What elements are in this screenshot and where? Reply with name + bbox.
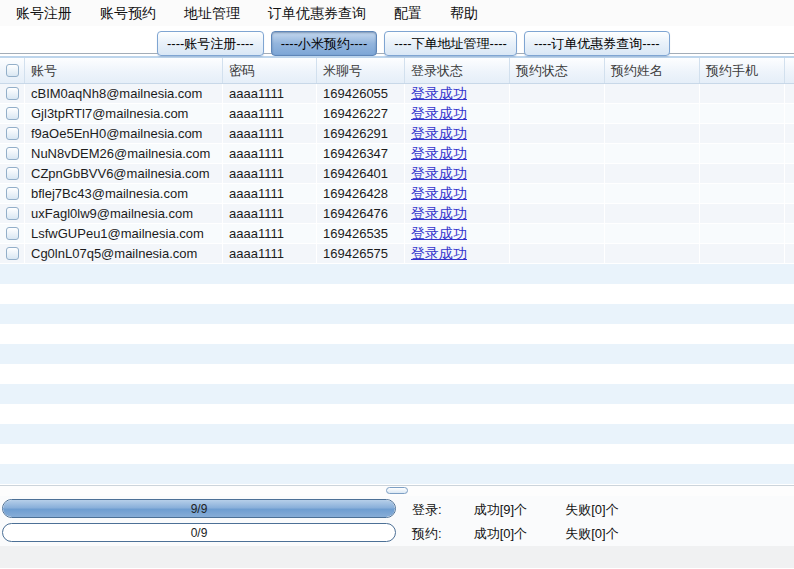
menu-item-account-reserve[interactable]: 账号预约	[86, 0, 170, 26]
column-header-login-status[interactable]: 登录状态	[405, 58, 510, 83]
splitter-handle[interactable]	[386, 487, 408, 494]
cell-miliao: 169426401	[317, 164, 405, 184]
cell-miliao: 169426227	[317, 104, 405, 124]
login-status-link[interactable]: 登录成功	[411, 105, 467, 123]
cell-reserve-status	[510, 244, 605, 264]
cell-password: aaaa1111	[223, 124, 317, 144]
cell-account: LsfwGUPeu1@mailnesia.com	[25, 224, 223, 244]
cell-filler	[785, 204, 794, 224]
cell-reserve-phone	[700, 124, 785, 144]
login-status-link[interactable]: 登录成功	[411, 205, 467, 223]
row-checkbox[interactable]	[6, 87, 19, 100]
cell-filler	[785, 164, 794, 184]
column-header-reserve-status[interactable]: 预约状态	[510, 58, 605, 83]
cell-account: bflej7Bc43@mailnesia.com	[25, 184, 223, 204]
menu-bar: 账号注册 账号预约 地址管理 订单优惠券查询 配置 帮助	[0, 0, 794, 26]
cell-filler	[785, 84, 794, 104]
cell-filler	[785, 104, 794, 124]
reserve-success-count: 成功[0]个	[474, 522, 562, 546]
table-row[interactable]: bflej7Bc43@mailnesia.com aaaa1111 169426…	[0, 184, 794, 204]
column-header-reserve-phone[interactable]: 预约手机	[700, 58, 785, 83]
login-progress-bar: 9/9	[2, 499, 396, 518]
cell-miliao: 169426428	[317, 184, 405, 204]
cell-account: f9aOe5EnH0@mailnesia.com	[25, 124, 223, 144]
login-status-link[interactable]: 登录成功	[411, 165, 467, 183]
cell-password: aaaa1111	[223, 244, 317, 264]
table-header-row: 账号 密码 米聊号 登录状态 预约状态 预约姓名 预约手机	[0, 58, 794, 84]
cell-password: aaaa1111	[223, 204, 317, 224]
table-row[interactable]: LsfwGUPeu1@mailnesia.com aaaa1111 169426…	[0, 224, 794, 244]
row-checkbox[interactable]	[6, 147, 19, 160]
column-header-reserve-name[interactable]: 预约姓名	[605, 58, 700, 83]
reserve-progress-label: 0/9	[3, 524, 395, 541]
row-checkbox[interactable]	[6, 247, 19, 260]
table-row[interactable]: cBIM0aqNh8@mailnesia.com aaaa1111 169426…	[0, 84, 794, 104]
table-row[interactable]: Cg0lnL07q5@mailnesia.com aaaa1111 169426…	[0, 244, 794, 264]
select-all-checkbox[interactable]	[6, 64, 19, 77]
table-row[interactable]: Gjl3tpRTl7@mailnesia.com aaaa1111 169426…	[0, 104, 794, 124]
login-status-link[interactable]: 登录成功	[411, 185, 467, 203]
cell-reserve-phone	[700, 144, 785, 164]
login-status-link[interactable]: 登录成功	[411, 125, 467, 143]
cell-filler	[785, 184, 794, 204]
menu-item-order-coupon-query[interactable]: 订单优惠券查询	[254, 0, 380, 26]
cell-reserve-status	[510, 164, 605, 184]
table-row[interactable]: f9aOe5EnH0@mailnesia.com aaaa1111 169426…	[0, 124, 794, 144]
login-status-link[interactable]: 登录成功	[411, 145, 467, 163]
row-checkbox[interactable]	[6, 207, 19, 220]
cell-miliao: 169426476	[317, 204, 405, 224]
cell-reserve-status	[510, 204, 605, 224]
cell-reserve-phone	[700, 204, 785, 224]
column-header-account[interactable]: 账号	[25, 58, 223, 83]
cell-account: cBIM0aqNh8@mailnesia.com	[25, 84, 223, 104]
cell-reserve-phone	[700, 224, 785, 244]
cell-reserve-status	[510, 104, 605, 124]
cell-reserve-status	[510, 124, 605, 144]
row-checkbox[interactable]	[6, 187, 19, 200]
row-checkbox[interactable]	[6, 227, 19, 240]
menu-item-help[interactable]: 帮助	[436, 0, 492, 26]
cell-reserve-name	[605, 164, 700, 184]
menu-item-address-manage[interactable]: 地址管理	[170, 0, 254, 26]
cell-password: aaaa1111	[223, 164, 317, 184]
login-progress-label: 9/9	[3, 500, 395, 517]
cell-password: aaaa1111	[223, 84, 317, 104]
cell-password: aaaa1111	[223, 144, 317, 164]
row-checkbox[interactable]	[6, 127, 19, 140]
menu-item-account-register[interactable]: 账号注册	[2, 0, 86, 26]
row-checkbox[interactable]	[6, 167, 19, 180]
status-panel: 9/9 0/9 登录: 成功[9]个 失败[0]个 预约: 成功[0]个 失败[…	[0, 496, 794, 568]
tab-account-register[interactable]: ----账号注册----	[157, 31, 264, 56]
cell-miliao: 169426535	[317, 224, 405, 244]
cell-reserve-name	[605, 244, 700, 264]
cell-filler	[785, 144, 794, 164]
login-status-link[interactable]: 登录成功	[411, 85, 467, 103]
cell-filler	[785, 124, 794, 144]
cell-filler	[785, 224, 794, 244]
cell-reserve-phone	[700, 184, 785, 204]
cell-password: aaaa1111	[223, 104, 317, 124]
column-header-password[interactable]: 密码	[223, 58, 317, 83]
login-status-link[interactable]: 登录成功	[411, 225, 467, 243]
cell-reserve-name	[605, 184, 700, 204]
menu-item-config[interactable]: 配置	[380, 0, 436, 26]
login-success-count: 成功[9]个	[474, 498, 562, 522]
cell-reserve-name	[605, 224, 700, 244]
table-row[interactable]: CZpnGbBVV6@mailnesia.com aaaa1111 169426…	[0, 164, 794, 184]
cell-reserve-name	[605, 84, 700, 104]
column-header-miliao[interactable]: 米聊号	[317, 58, 405, 83]
table-row[interactable]: uxFagl0lw9@mailnesia.com aaaa1111 169426…	[0, 204, 794, 224]
splitter-bar	[0, 486, 794, 496]
tab-strip: ----账号注册---- ----小米预约---- ----下单地址管理----…	[0, 26, 794, 56]
login-fail-count: 失败[0]个	[565, 498, 618, 522]
cell-reserve-status	[510, 84, 605, 104]
row-checkbox[interactable]	[6, 107, 19, 120]
table-body: cBIM0aqNh8@mailnesia.com aaaa1111 169426…	[0, 84, 794, 264]
tab-order-coupon-query[interactable]: ----订单优惠券查询----	[524, 31, 670, 56]
cell-reserve-phone	[700, 164, 785, 184]
cell-reserve-name	[605, 204, 700, 224]
tab-xiaomi-reserve[interactable]: ----小米预约----	[271, 31, 378, 56]
table-row[interactable]: NuN8vDEM26@mailnesia.com aaaa1111 169426…	[0, 144, 794, 164]
tab-order-address-manage[interactable]: ----下单地址管理----	[384, 31, 517, 56]
login-status-link[interactable]: 登录成功	[411, 245, 467, 263]
